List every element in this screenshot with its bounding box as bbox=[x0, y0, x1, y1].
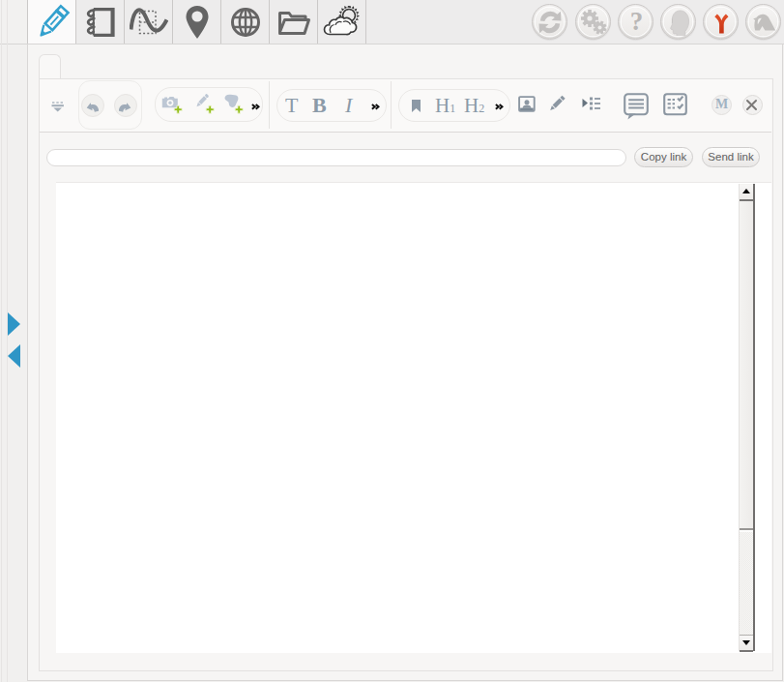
svg-text:?: ? bbox=[629, 10, 643, 35]
